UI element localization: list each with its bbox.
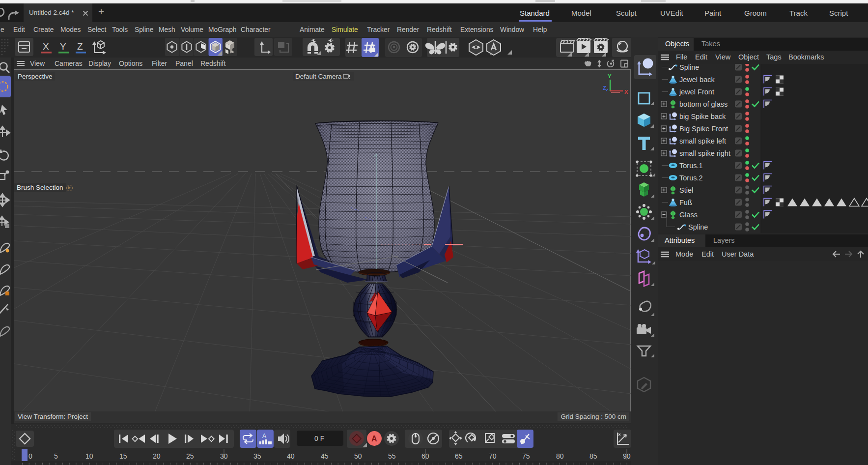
svg-text:65: 65 bbox=[455, 452, 463, 460]
svg-text:Spline: Spline bbox=[688, 223, 708, 231]
svg-text:Z: Z bbox=[603, 85, 606, 91]
svg-text:75: 75 bbox=[522, 452, 530, 460]
svg-text:X: X bbox=[624, 89, 628, 95]
svg-text:85: 85 bbox=[589, 452, 597, 460]
svg-text:Fuß: Fuß bbox=[679, 199, 692, 206]
svg-text:Big Spike Front: Big Spike Front bbox=[679, 125, 728, 133]
svg-text:Y: Y bbox=[60, 41, 66, 52]
svg-text:70: 70 bbox=[489, 452, 497, 460]
svg-text:25: 25 bbox=[186, 452, 194, 460]
svg-text:Torus.1: Torus.1 bbox=[679, 162, 703, 170]
svg-text:50: 50 bbox=[354, 452, 362, 460]
svg-text:55: 55 bbox=[388, 452, 396, 460]
svg-text:40: 40 bbox=[287, 452, 295, 460]
svg-text:Jewel back: Jewel back bbox=[679, 76, 715, 84]
svg-text:bottom of glass: bottom of glass bbox=[679, 100, 728, 108]
svg-text:X: X bbox=[43, 41, 49, 52]
svg-text:35: 35 bbox=[253, 452, 261, 460]
svg-text:0: 0 bbox=[28, 452, 32, 460]
svg-text:20: 20 bbox=[153, 452, 161, 460]
svg-text:Glass: Glass bbox=[679, 211, 698, 219]
svg-text:0 F: 0 F bbox=[314, 435, 324, 442]
svg-text:big Spike back: big Spike back bbox=[679, 113, 726, 120]
svg-text:15: 15 bbox=[119, 452, 127, 460]
svg-text:80: 80 bbox=[556, 452, 564, 460]
svg-text:Spline: Spline bbox=[679, 64, 699, 71]
svg-text:Torus.2: Torus.2 bbox=[679, 174, 703, 182]
svg-text:jewel Front: jewel Front bbox=[679, 88, 714, 96]
svg-text:A: A bbox=[371, 435, 377, 443]
svg-text:small spike left: small spike left bbox=[679, 137, 726, 145]
svg-text:Y: Y bbox=[608, 73, 612, 79]
svg-text:Z: Z bbox=[77, 41, 83, 52]
svg-text:5: 5 bbox=[54, 452, 58, 460]
svg-text:Stiel: Stiel bbox=[679, 186, 693, 194]
svg-text:45: 45 bbox=[321, 452, 329, 460]
svg-text:small spike right: small spike right bbox=[679, 149, 730, 157]
svg-text:10: 10 bbox=[85, 452, 93, 460]
svg-text:A: A bbox=[262, 433, 266, 439]
